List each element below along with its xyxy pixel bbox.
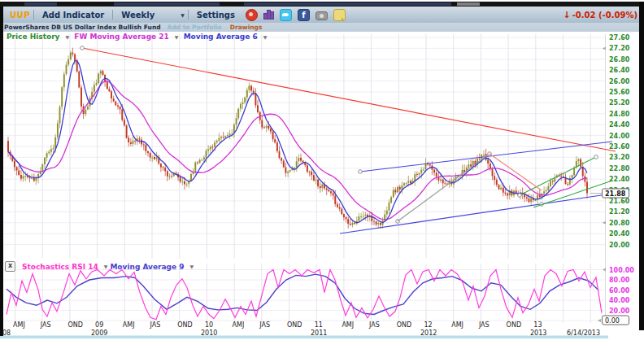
symbol-info-row: PowerShares DB US Dollar Index Bullish F… (0, 23, 644, 32)
axis-label: 80.00 (609, 277, 630, 284)
camera-lens (320, 14, 324, 18)
axis-label: 20.00 (609, 308, 630, 315)
horizontal-scrollbar[interactable] (0, 336, 608, 339)
interval-dropdown[interactable]: Weekly (121, 11, 154, 20)
facebook-icon[interactable]: f (298, 9, 310, 21)
trendline-handle[interactable] (594, 155, 598, 159)
chevron-down-icon[interactable]: ▼ (104, 264, 108, 269)
ma21-line (8, 81, 587, 220)
axis-label: AMJ (123, 321, 135, 329)
notes-icon[interactable] (333, 9, 346, 21)
indicator-pane-legend: x Stochastics RSI 14▼ Moving Average 9▼ (5, 261, 196, 272)
symbol-label: UUP (10, 11, 30, 20)
toolbar-separator (188, 10, 189, 20)
axis-marker-icon (603, 268, 606, 272)
price-history-dropdown[interactable]: Price History (7, 33, 59, 41)
chevron-down-icon[interactable]: ▼ (190, 264, 194, 269)
axis-label: 21.88 (605, 190, 626, 198)
twitter-bird (282, 13, 289, 16)
axis-label: JAS (150, 321, 161, 329)
twitter-icon[interactable] (280, 9, 292, 21)
down-arrow-icon: ↓ (563, 10, 570, 20)
axis-label: AMJ (451, 321, 463, 329)
axis-label: AMJ (342, 321, 354, 329)
uptrend-line-green-long[interactable] (533, 181, 612, 207)
axis-label: 25.20 (609, 99, 630, 107)
alerts-clock-icon[interactable] (246, 9, 258, 21)
retrace-line-salmon[interactable] (490, 154, 542, 190)
axis-label: 26.80 (609, 56, 630, 63)
axis-label: 2011 (311, 329, 327, 337)
ma6-line (8, 60, 587, 222)
axis-label: 40.00 (609, 297, 630, 304)
window-frame-right (639, 2, 644, 330)
axis-label: 27.20 (609, 45, 630, 52)
axis-label: JAS (40, 321, 51, 329)
axis-label: 23.20 (609, 154, 630, 161)
axis-label: 08 (2, 329, 11, 337)
browser-chrome-strip (0, 2, 644, 7)
snapshot-camera-icon[interactable] (315, 11, 328, 20)
axis-label: JAS (478, 321, 490, 329)
gridlines (4, 34, 605, 323)
axis-label: OND (287, 321, 302, 329)
axis-label: 21.20 (609, 208, 630, 216)
axis-label: 10 (205, 321, 213, 329)
chevron-down-icon[interactable]: ▼ (263, 34, 268, 40)
toolbar-separator (33, 10, 34, 20)
columns-chart-icon[interactable] (263, 10, 274, 20)
axis-label: 2009 (91, 329, 107, 337)
axis-label: 2013 (530, 329, 546, 337)
axis-label: AMJ (13, 321, 25, 329)
moving-averages (8, 60, 587, 222)
window-frame-left (0, 7, 3, 336)
charting-app-window: 27.6027.2026.8026.4026.0025.6025.2024.80… (0, 0, 644, 349)
axis-label: 2012 (420, 329, 437, 337)
chevron-down-icon[interactable]: ▼ (65, 34, 69, 40)
trendline-handle[interactable] (359, 170, 363, 174)
note-fold (342, 17, 345, 20)
add-to-portfolio-link[interactable]: Add to Portfolio (168, 24, 222, 31)
settings-button[interactable]: Settings (197, 11, 235, 20)
axis-label: OND (507, 321, 521, 329)
trendline-handle[interactable] (80, 46, 85, 50)
axis-label: 26.00 (609, 78, 630, 85)
axis-label: 12 (424, 321, 433, 329)
chevron-down-icon[interactable]: ▼ (181, 12, 185, 18)
axis-marker-icon (603, 46, 606, 50)
trendlines (80, 46, 616, 233)
axis-label: 20.80 (609, 220, 630, 227)
axis-marker-icon (598, 319, 601, 322)
ma21-dropdown[interactable]: FW Moving Average 21 (74, 33, 169, 41)
axis-label: 13 (533, 321, 542, 329)
ma9-dropdown[interactable]: Moving Average 9 (110, 263, 184, 271)
price-change-readout: ↓-0.02 (-0.09%) (563, 10, 637, 20)
add-indicator-button[interactable]: Add Indicator (42, 11, 104, 20)
axis-label: 60.00 (609, 287, 630, 294)
axis-label: 22.80 (609, 165, 630, 172)
axis-label: 22.40 (609, 176, 630, 183)
axis-marker-icon (603, 221, 606, 225)
close-indicator-button[interactable]: x (5, 261, 15, 272)
axis-label: 09 (95, 321, 103, 329)
chrome-fragment (244, 2, 451, 6)
drawings-menu[interactable]: Drawings (230, 24, 263, 31)
stochastics-dropdown[interactable]: Stochastics RSI 14 (22, 263, 98, 271)
axis-label: 21.60 (609, 198, 630, 205)
chevron-down-icon[interactable]: ▼ (175, 34, 179, 40)
axis-label: AMJ (233, 321, 245, 329)
axis-label: 23.60 (609, 143, 630, 151)
chart-region[interactable]: 27.6027.2026.8026.4026.0025.6025.2024.80… (0, 0, 644, 349)
ma6-dropdown[interactable]: Moving Average 6 (184, 33, 258, 41)
trendline-handle[interactable] (518, 194, 522, 198)
measure-line-gray[interactable] (398, 154, 490, 221)
chrome-fragment (114, 2, 220, 6)
bar (270, 11, 274, 20)
axis-label: 27.60 (609, 34, 630, 41)
channel-line-lower[interactable] (340, 194, 612, 233)
axis-label: 24.80 (609, 111, 630, 118)
toolbar-separator (112, 10, 113, 20)
axis-label: JAS (368, 321, 380, 329)
price-pane-legend: Price History▼ FW Moving Average 21▼ Mov… (7, 33, 269, 41)
axis-label: 25.60 (609, 89, 630, 96)
